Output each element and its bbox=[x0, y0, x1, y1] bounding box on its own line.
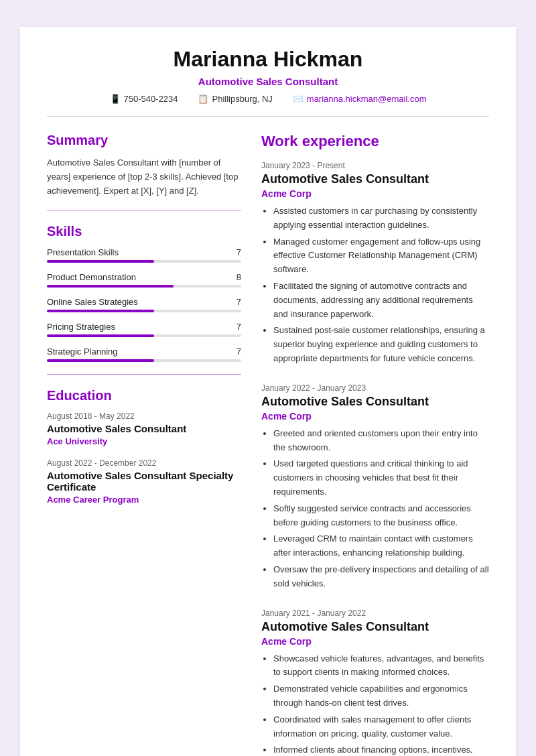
contact-email: ✉️ marianna.hickman@email.com bbox=[293, 94, 427, 104]
skill-score: 7 bbox=[237, 247, 241, 257]
work-bullet: Managed customer engagement and follow-u… bbox=[273, 235, 489, 277]
work-company: Acme Corp bbox=[261, 188, 489, 199]
phone-icon: 📱 bbox=[110, 94, 121, 104]
skill-bar-fill bbox=[47, 359, 154, 362]
skill-bar-fill bbox=[47, 334, 154, 337]
edu-degree: Automotive Sales Consultant bbox=[47, 423, 241, 434]
edu-school: Ace University bbox=[47, 436, 241, 446]
work-bullet: Leveraged CRM to maintain contact with c… bbox=[273, 532, 489, 560]
work-dates: January 2023 - Present bbox=[261, 161, 489, 170]
work-bullet: Showcased vehicle features, advantages, … bbox=[273, 652, 489, 680]
education-title: Education bbox=[47, 388, 241, 403]
skill-item: Online Sales Strategies 7 bbox=[47, 297, 241, 312]
skill-item: Pricing Strategies 7 bbox=[47, 322, 241, 337]
page-wrapper: Marianna Hickman Automotive Sales Consul… bbox=[0, 0, 536, 756]
candidate-title: Automotive Sales Consultant bbox=[47, 76, 489, 87]
edu-school: Acme Career Program bbox=[47, 495, 241, 505]
work-bullet: Facilitated the signing of automotive co… bbox=[273, 279, 489, 321]
skill-header: Online Sales Strategies 7 bbox=[47, 297, 241, 307]
summary-text: Automotive Sales Consultant with [number… bbox=[47, 156, 241, 198]
skill-item: Presentation Skills 7 bbox=[47, 247, 241, 263]
work-item: January 2022 - January 2023 Automotive S… bbox=[261, 383, 489, 591]
skills-divider bbox=[47, 374, 241, 375]
location-text: Phillipsburg, NJ bbox=[212, 94, 272, 104]
left-column: Summary Automotive Sales Consultant with… bbox=[47, 133, 241, 756]
work-bullet: Coordinated with sales management to off… bbox=[273, 713, 489, 741]
skill-header: Product Demonstration 8 bbox=[47, 272, 241, 282]
work-bullet: Sustained post-sale customer relationshi… bbox=[273, 324, 489, 365]
email-text: marianna.hickman@email.com bbox=[307, 94, 427, 104]
skill-bar-background bbox=[47, 359, 241, 362]
work-bullet: Greeted and oriented customers upon thei… bbox=[273, 427, 489, 455]
skill-header: Presentation Skills 7 bbox=[47, 247, 241, 257]
work-title: Automotive Sales Consultant bbox=[261, 620, 489, 634]
location-icon: 📋 bbox=[198, 94, 208, 104]
work-item: January 2021 - January 2022 Automotive S… bbox=[261, 609, 489, 756]
skills-list: Presentation Skills 7 Product Demonstrat… bbox=[47, 247, 241, 362]
work-bullet: Informed clients about financing options… bbox=[273, 743, 489, 756]
work-bullet: Softly suggested service contracts and a… bbox=[273, 502, 489, 530]
edu-degree: Automotive Sales Consultant Specialty Ce… bbox=[47, 470, 241, 493]
resume-card: Marianna Hickman Automotive Sales Consul… bbox=[20, 27, 516, 756]
work-dates: January 2022 - January 2023 bbox=[261, 383, 489, 393]
skill-bar-fill bbox=[47, 285, 174, 288]
work-bullets: Showcased vehicle features, advantages, … bbox=[261, 652, 489, 756]
work-item: January 2023 - Present Automotive Sales … bbox=[261, 161, 489, 366]
skill-bar-background bbox=[47, 260, 241, 263]
education-list: August 2018 - May 2022 Automotive Sales … bbox=[47, 412, 241, 505]
work-title: Automotive Sales Consultant bbox=[261, 395, 489, 409]
skill-bar-background bbox=[47, 310, 241, 312]
email-icon: ✉️ bbox=[293, 94, 304, 104]
education-item: August 2018 - May 2022 Automotive Sales … bbox=[47, 412, 241, 446]
work-bullet: Oversaw the pre-delivery inspections and… bbox=[273, 563, 489, 591]
skill-item: Product Demonstration 8 bbox=[47, 272, 241, 288]
work-title: Automotive Sales Consultant bbox=[261, 172, 489, 186]
work-company: Acme Corp bbox=[261, 636, 489, 647]
skill-score: 8 bbox=[237, 272, 241, 282]
skill-bar-fill bbox=[47, 310, 154, 312]
edu-dates: August 2018 - May 2022 bbox=[47, 412, 241, 421]
candidate-name: Marianna Hickman bbox=[47, 47, 489, 72]
work-bullet: Assisted customers in car purchasing by … bbox=[273, 204, 489, 233]
header-contact: 📱 750-540-2234 📋 Phillipsburg, NJ ✉️ mar… bbox=[47, 94, 489, 104]
work-company: Acme Corp bbox=[261, 411, 489, 422]
contact-location: 📋 Phillipsburg, NJ bbox=[198, 94, 272, 104]
skill-bar-background bbox=[47, 334, 241, 337]
skill-name: Strategic Planning bbox=[47, 346, 118, 357]
work-bullet: Demonstrated vehicle capabilities and er… bbox=[273, 682, 489, 710]
education-item: August 2022 - December 2022 Automotive S… bbox=[47, 458, 241, 505]
contact-phone: 📱 750-540-2234 bbox=[110, 94, 178, 104]
main-content: Summary Automotive Sales Consultant with… bbox=[47, 133, 489, 756]
skill-score: 7 bbox=[237, 322, 241, 332]
skill-score: 7 bbox=[237, 346, 241, 357]
skills-title: Skills bbox=[47, 224, 241, 239]
right-column: Work experience January 2023 - Present A… bbox=[261, 133, 489, 756]
work-experience-list: January 2023 - Present Automotive Sales … bbox=[261, 161, 489, 756]
work-bullets: Greeted and oriented customers upon thei… bbox=[261, 427, 489, 591]
skill-bar-fill bbox=[47, 260, 154, 263]
skill-header: Pricing Strategies 7 bbox=[47, 322, 241, 332]
work-experience-title: Work experience bbox=[261, 133, 489, 150]
work-bullet: Used targeted questions and critical thi… bbox=[273, 457, 489, 499]
phone-number: 750-540-2234 bbox=[124, 94, 178, 104]
skill-score: 7 bbox=[237, 297, 241, 307]
skill-name: Product Demonstration bbox=[47, 272, 136, 282]
skill-name: Online Sales Strategies bbox=[47, 297, 138, 307]
work-dates: January 2021 - January 2022 bbox=[261, 609, 489, 618]
summary-divider bbox=[47, 210, 241, 210]
skill-header: Strategic Planning 7 bbox=[47, 346, 241, 357]
skill-name: Pricing Strategies bbox=[47, 322, 115, 332]
skill-item: Strategic Planning 7 bbox=[47, 346, 241, 362]
skill-bar-background bbox=[47, 285, 241, 288]
work-bullets: Assisted customers in car purchasing by … bbox=[261, 204, 489, 366]
summary-title: Summary bbox=[47, 133, 241, 148]
skill-name: Presentation Skills bbox=[47, 247, 119, 257]
header-section: Marianna Hickman Automotive Sales Consul… bbox=[47, 47, 489, 117]
edu-dates: August 2022 - December 2022 bbox=[47, 458, 241, 468]
